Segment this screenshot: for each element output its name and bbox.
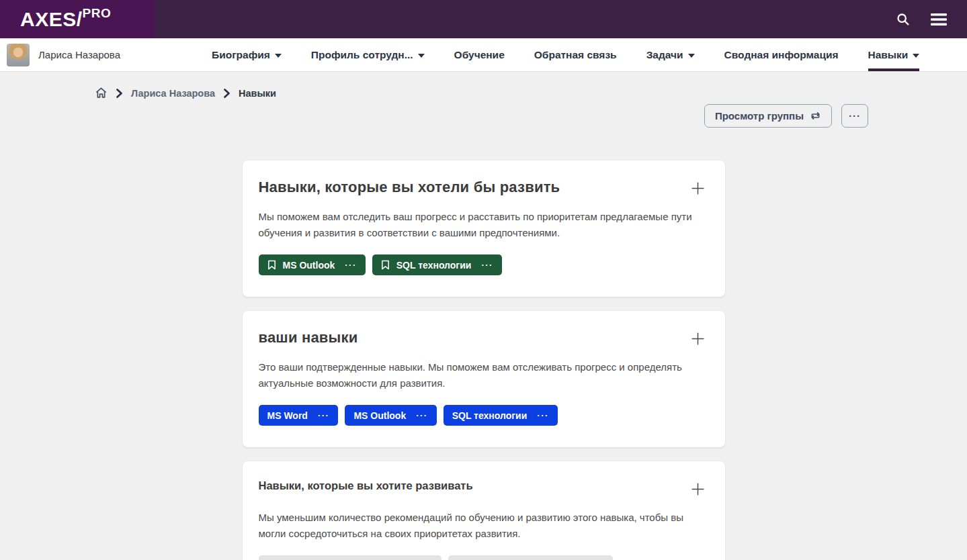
tab-label: Обратная связь	[534, 49, 617, 61]
tab-label: Обучение	[454, 49, 505, 61]
skills-content: Навыки, которые вы хотели бы развить Мы …	[243, 160, 725, 560]
chevron-right-icon	[223, 89, 230, 98]
skill-tag[interactable]: MS Outlook ···	[345, 405, 436, 426]
more-actions-button[interactable]: ···	[841, 104, 868, 128]
skill-tag[interactable]: SQL технологии ···	[372, 254, 502, 275]
caret-down-icon	[688, 54, 695, 58]
tab-label: Навыки	[868, 49, 909, 61]
caret-down-icon	[418, 54, 425, 58]
breadcrumb-current: Навыки	[239, 88, 276, 99]
repeat-icon	[810, 111, 821, 121]
skill-tag[interactable]: SQL технологии ···	[444, 405, 558, 426]
user-avatar[interactable]	[7, 44, 30, 66]
skill-tag-label: SQL технологии	[396, 260, 472, 271]
tag-more-icon[interactable]: ···	[345, 260, 357, 270]
tag-row: MS Outlook ··· SQL технологии ···	[259, 254, 706, 275]
card-skills-want-to-develop: Навыки, которые вы хотите развивать Мы у…	[243, 461, 725, 560]
card-description: Мы уменьшим количество рекомендаций по о…	[259, 510, 706, 542]
view-group-label: Просмотр группы	[715, 110, 804, 122]
card-description: Это ваши подтвержденные навыки. Мы помож…	[259, 359, 706, 391]
skill-tag[interactable]: Управление ресурсами ···	[448, 555, 613, 560]
menu-icon[interactable]	[931, 11, 947, 28]
skill-tag-label: SQL технологии	[452, 410, 528, 421]
app-logo[interactable]: AXES/ PRO	[0, 0, 155, 38]
add-icon[interactable]	[689, 330, 706, 349]
tab-label: Сводная информация	[724, 49, 839, 61]
user-chip: Лариса Назарова	[7, 38, 161, 71]
bookmark-icon	[381, 260, 390, 270]
card-your-skills: ваши навыки Это ваши подтвержденные навы…	[243, 311, 725, 447]
card-title: Навыки, которые вы хотели бы развить	[259, 179, 560, 196]
tab-label: Задачи	[646, 49, 683, 61]
tab-label: Биография	[212, 49, 270, 61]
breadcrumb-user[interactable]: Лариса Назарова	[131, 88, 215, 99]
breadcrumb: Лариса Назарова Навыки	[95, 87, 967, 99]
tab-employee-profile[interactable]: Профиль сотрудн...	[311, 38, 425, 71]
home-icon[interactable]	[95, 87, 108, 99]
tag-row: MS Word ··· MS Outlook ··· SQL технологи…	[259, 405, 706, 426]
skill-tag-label: MS Outlook	[353, 410, 406, 421]
tag-more-icon[interactable]: ···	[481, 260, 493, 270]
caret-down-icon	[275, 54, 282, 58]
app-header: AXES/ PRO	[0, 0, 967, 38]
tab-biography[interactable]: Биография	[212, 38, 282, 71]
add-icon[interactable]	[689, 481, 706, 500]
tab-feedback[interactable]: Обратная связь	[534, 38, 617, 71]
user-name: Лариса Назарова	[38, 49, 120, 60]
skill-tag-label: MS Outlook	[283, 260, 335, 271]
card-description: Мы поможем вам отследить ваш прогресс и …	[259, 209, 706, 241]
nav-tabs: Биография Профиль сотрудн... Обучение Об…	[212, 38, 919, 71]
page-actions: Просмотр группы ···	[0, 104, 868, 128]
chevron-right-icon	[116, 89, 123, 98]
tab-summary[interactable]: Сводная информация	[724, 38, 839, 71]
tag-more-icon[interactable]: ···	[537, 410, 549, 420]
view-group-button[interactable]: Просмотр группы	[704, 104, 832, 128]
tab-learning[interactable]: Обучение	[454, 38, 505, 71]
tag-row: Постановка и оценка задач ··· Управление…	[259, 555, 706, 560]
tab-tasks[interactable]: Задачи	[646, 38, 695, 71]
tag-more-icon[interactable]: ···	[318, 410, 330, 420]
tab-skills[interactable]: Навыки	[868, 38, 920, 71]
caret-down-icon	[913, 54, 919, 58]
skill-tag[interactable]: Постановка и оценка задач ···	[259, 555, 442, 560]
search-icon[interactable]	[894, 11, 911, 28]
skill-tag[interactable]: MS Word ···	[259, 405, 339, 426]
tag-more-icon[interactable]: ···	[416, 410, 428, 420]
tab-label: Профиль сотрудн...	[311, 49, 413, 61]
logo-secondary-text: PRO	[83, 7, 112, 19]
card-title: ваши навыки	[259, 329, 358, 346]
skill-tag[interactable]: MS Outlook ···	[259, 254, 366, 275]
logo-primary-text: AXES/	[20, 9, 83, 30]
profile-nav-bar: Лариса Назарова Биография Профиль сотруд…	[0, 38, 967, 72]
card-title: Навыки, которые вы хотите развивать	[259, 479, 473, 492]
skill-tag-label: MS Word	[267, 410, 308, 421]
header-icons	[894, 11, 967, 28]
card-skills-to-develop-wish: Навыки, которые вы хотели бы развить Мы …	[243, 160, 725, 297]
add-icon[interactable]	[689, 180, 706, 199]
bookmark-icon	[267, 260, 276, 270]
